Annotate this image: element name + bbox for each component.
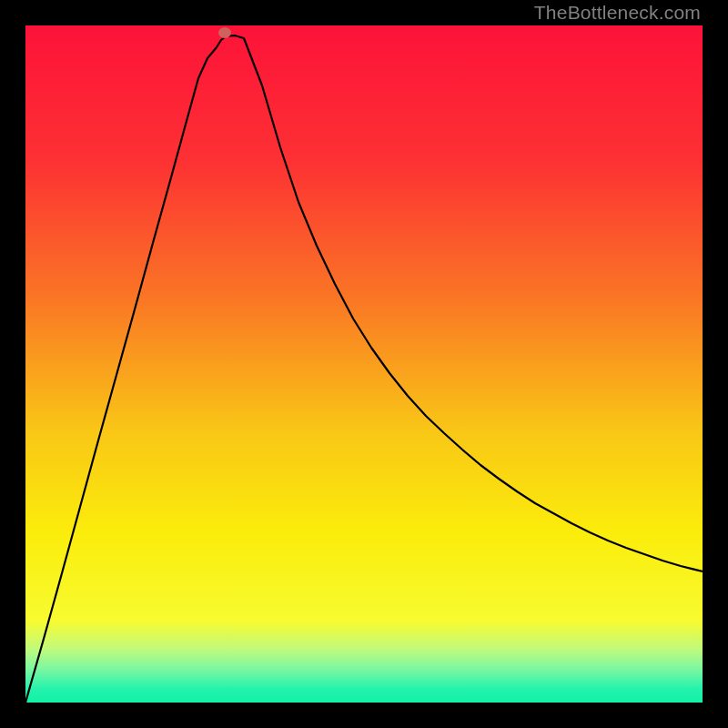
plot-area (25, 25, 703, 703)
chart-frame: TheBottleneck.com (0, 0, 728, 728)
watermark-text: TheBottleneck.com (534, 2, 701, 24)
marker-dot (218, 27, 231, 38)
gradient-background (25, 25, 703, 703)
chart-svg (25, 25, 703, 703)
